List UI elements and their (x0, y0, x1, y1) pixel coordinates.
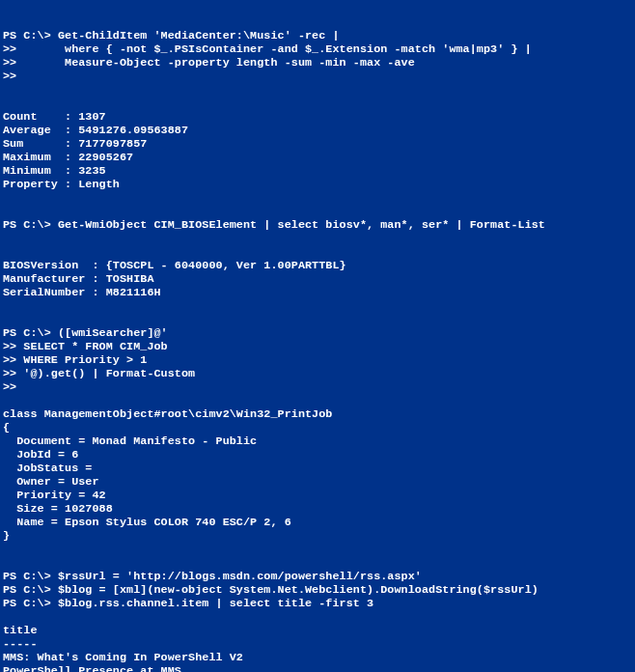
terminal-line: >> where { -not $_.PSIsContainer -and $_… (3, 42, 532, 56)
terminal-line: Manufacturer : TOSHIBA (3, 272, 154, 286)
terminal-line: Document = Monad Manifesto - Public (3, 434, 257, 448)
terminal-line: BIOSVersion : {TOSCPL - 6040000, Ver 1.0… (3, 259, 346, 272)
terminal-line: JobStatus = (3, 462, 92, 475)
terminal-line: { (3, 421, 10, 434)
terminal-line: Average : 5491276.09563887 (3, 124, 188, 137)
terminal-line: Priority = 42 (3, 489, 106, 502)
terminal-line: JobId = 6 (3, 448, 78, 462)
terminal-line: >> '@).get() | Format-Custom (3, 367, 195, 380)
terminal-line: ----- (3, 637, 38, 651)
terminal-line: PS C:\> ([wmiSearcher]@' (3, 326, 168, 340)
terminal-line: PS C:\> $blog.rss.channel.item | select … (3, 597, 373, 610)
terminal-line: PS C:\> Get-ChildItem 'MediaCenter:\Musi… (3, 29, 340, 42)
terminal-line: class ManagementObject#root\cimv2\Win32_… (3, 407, 332, 421)
terminal-line: >> (3, 380, 16, 394)
terminal-line: >> Measure-Object -property length -sum … (3, 56, 415, 70)
terminal-line: PS C:\> $rssUrl = 'http://blogs.msdn.com… (3, 570, 422, 583)
terminal-line: Property : Length (3, 178, 120, 191)
terminal-line: } (3, 529, 10, 543)
terminal-line: >> WHERE Priority > 1 (3, 353, 147, 367)
terminal-line: >> SELECT * FROM CIM_Job (3, 340, 168, 353)
terminal-line: >> (3, 70, 16, 83)
terminal-line: MMS: What's Coming In PowerShell V2 (3, 651, 243, 664)
terminal-line: Name = Epson Stylus COLOR 740 ESC/P 2, 6 (3, 516, 291, 529)
terminal-line: Owner = User (3, 475, 99, 489)
terminal-line: PS C:\> Get-WmiObject CIM_BIOSElement | … (3, 218, 545, 232)
terminal-line: PowerShell Presence at MMS (3, 664, 181, 672)
terminal-line: PS C:\> $blog = [xml](new-object System.… (3, 583, 538, 597)
terminal-line: title (3, 624, 38, 637)
terminal-line: Maximum : 22905267 (3, 151, 133, 164)
terminal-line: Sum : 7177097857 (3, 137, 147, 151)
terminal-output[interactable]: PS C:\> Get-ChildItem 'MediaCenter:\Musi… (3, 29, 635, 672)
terminal-line: Count : 1307 (3, 110, 106, 124)
terminal-line: SerialNumber : M821116H (3, 286, 161, 299)
terminal-line: Minimum : 3235 (3, 164, 106, 178)
terminal-line: Size = 1027088 (3, 502, 113, 516)
